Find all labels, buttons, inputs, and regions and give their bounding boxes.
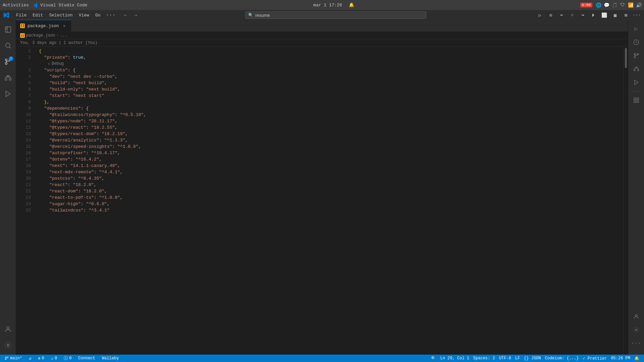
code-line-12: "@types/react": "18.2.55", xyxy=(39,124,623,131)
statusbar-encoding[interactable]: UTF-8 xyxy=(497,355,513,362)
menu-edit[interactable]: Edit xyxy=(30,12,46,19)
svg-rect-20 xyxy=(637,98,638,100)
code-line-24: "sugar-high": "^0.6.0", xyxy=(39,201,623,207)
right-icon-run[interactable]: ▷ xyxy=(630,23,642,35)
nav-back-button[interactable]: ← xyxy=(121,10,130,20)
statusbar-info[interactable]: ⓘ 0 xyxy=(62,355,73,362)
scrollbar-track[interactable] xyxy=(623,47,628,355)
activity-search[interactable] xyxy=(1,39,15,52)
code-line-15: "@vercel/speed-insights": "^1.0.9", xyxy=(39,143,623,150)
titlebar-left: Activities Visual Studio Code xyxy=(3,2,87,8)
activities-label[interactable]: Activities xyxy=(3,3,29,8)
git-info-text: You, 3 days ago | 1 author (You) xyxy=(20,41,97,45)
menu-go[interactable]: Go xyxy=(93,12,103,19)
activity-source-control[interactable]: 2 xyxy=(1,55,15,68)
breadcrumb-separator: › xyxy=(56,33,59,38)
shield-icon: 🛡 xyxy=(620,2,625,8)
activity-run-debug[interactable] xyxy=(1,87,15,101)
search-bar[interactable]: 🔍 xyxy=(245,11,426,19)
code-line-7: "start": "next start" xyxy=(39,93,623,99)
code-content[interactable]: { "private": true, ▷ Debug "scripts": { … xyxy=(34,47,623,355)
circle-toolbar-button[interactable]: ○ xyxy=(568,10,577,20)
run-toolbar-button[interactable]: ▷ xyxy=(535,10,545,20)
code-line-debug[interactable]: ▷ Debug xyxy=(40,61,623,67)
debug-toolbar-button[interactable]: ⏵ xyxy=(589,10,598,20)
breadcrumb-filename[interactable]: package.json xyxy=(26,33,55,38)
statusbar-warnings[interactable]: ⚠ 0 xyxy=(49,355,59,362)
grid-toolbar-button[interactable]: ⊞ xyxy=(621,10,631,20)
statusbar-zoom[interactable]: 🔍 xyxy=(429,355,438,362)
statusbar-connect[interactable]: Connect xyxy=(76,355,97,362)
code-editor[interactable]: 1 2 3 4 5 6 7 8 9 10 11 12 13 14 15 16 1… xyxy=(16,47,628,355)
statusbar-sync[interactable]: ↺ xyxy=(27,355,33,362)
debug-play-icon: ▷ xyxy=(48,61,50,67)
statusbar-line-ending[interactable]: LF xyxy=(513,355,522,362)
prettier-text: ✓ Prettier xyxy=(583,356,607,361)
scrollbar-thumb[interactable] xyxy=(625,48,627,68)
back2-toolbar-button[interactable]: ⬅ xyxy=(557,10,566,20)
line-ending-text: LF xyxy=(515,356,520,361)
statusbar-language[interactable]: {} JSON xyxy=(522,355,543,362)
search-input[interactable] xyxy=(255,13,423,18)
layout-toolbar-button[interactable]: ▦ xyxy=(610,10,620,20)
code-line-2: "private": true, xyxy=(39,54,623,61)
code-line-13: "@types/react-dom": "18.2.19", xyxy=(39,131,623,137)
sidebar-divider xyxy=(631,91,641,92)
activity-accounts[interactable] xyxy=(1,322,15,336)
time-text: 05:26 PM xyxy=(611,356,630,361)
right-sidebar: ▷ xyxy=(628,20,644,355)
vscode-logo xyxy=(3,11,10,19)
code-line-23: "react-to-pdf-ts": "^1.0.8", xyxy=(39,194,623,201)
right-icon-accounts[interactable] xyxy=(630,310,642,322)
statusbar-errors[interactable]: ⊗ 0 xyxy=(36,355,46,362)
menu-selection[interactable]: Selection xyxy=(46,12,75,19)
right-icon-extensions[interactable] xyxy=(630,63,642,75)
right-icon-source-control[interactable] xyxy=(630,50,642,62)
activity-bar-bottom xyxy=(1,322,15,352)
statusbar-wallaby[interactable]: Wallaby xyxy=(100,355,121,362)
wallaby-label: Wallaby xyxy=(102,356,119,361)
right-icon-run2[interactable] xyxy=(630,76,642,88)
right-icon-settings[interactable] xyxy=(630,324,642,336)
statusbar-branch[interactable]: main* xyxy=(3,355,24,362)
wifi-icon: 📶 xyxy=(628,2,633,8)
code-line-20: "postcss": "^8.4.35", xyxy=(39,175,623,182)
split-toolbar-button[interactable]: ⬜ xyxy=(600,10,609,20)
menu-more[interactable]: ··· xyxy=(104,11,117,19)
statusbar-prettier[interactable]: ✓ Prettier xyxy=(581,355,609,362)
menu-file[interactable]: File xyxy=(13,12,29,19)
right-icon-history[interactable] xyxy=(630,36,642,48)
more-toolbar-button[interactable]: ··· xyxy=(632,10,641,20)
breadcrumb-file-icon: {} xyxy=(20,33,25,38)
breadcrumb-more[interactable]: ... xyxy=(60,33,68,38)
code-line-25: "tailwindcss": "^3.4.1" xyxy=(39,207,623,214)
activity-settings[interactable] xyxy=(1,339,15,352)
svg-point-13 xyxy=(634,56,636,58)
chrome-icon: 🌐 xyxy=(596,2,601,8)
activity-extensions[interactable] xyxy=(1,71,15,84)
right-icon-more[interactable]: ··· xyxy=(630,337,642,349)
search-icon: 🔍 xyxy=(248,13,253,18)
forward2-toolbar-button[interactable]: ➡ xyxy=(578,10,588,20)
warnings-count: 0 xyxy=(55,356,57,361)
right-icon-grid[interactable] xyxy=(630,94,642,106)
tab-close-button[interactable]: ✕ xyxy=(62,23,67,28)
svg-point-12 xyxy=(634,53,636,55)
tab-package-json[interactable]: {} package.json ✕ xyxy=(16,20,71,32)
statusbar-codeium[interactable]: Codeium: {...} xyxy=(543,355,581,362)
svg-rect-21 xyxy=(634,101,636,103)
menu-view[interactable]: View xyxy=(76,12,92,19)
statusbar-bell[interactable]: 🔔 xyxy=(632,355,641,362)
history-toolbar-button[interactable]: ⊙ xyxy=(546,10,555,20)
statusbar-left: main* ↺ ⊗ 0 ⚠ 0 ⓘ 0 Connect Wallaby xyxy=(3,355,121,362)
nav-forward-button[interactable]: → xyxy=(131,10,140,20)
sync-icon: ↺ xyxy=(29,356,31,361)
svg-point-9 xyxy=(7,327,9,329)
svg-point-3 xyxy=(5,63,7,65)
activity-explorer[interactable] xyxy=(1,23,15,36)
codeium-text: Codeium: {...} xyxy=(545,356,579,361)
code-line-9: "dependencies": { xyxy=(39,105,623,112)
statusbar-spaces[interactable]: Spaces: 2 xyxy=(471,355,497,362)
statusbar-position[interactable]: Ln 29, Col 1 xyxy=(438,355,471,362)
main-layout: 2 xyxy=(0,20,644,355)
